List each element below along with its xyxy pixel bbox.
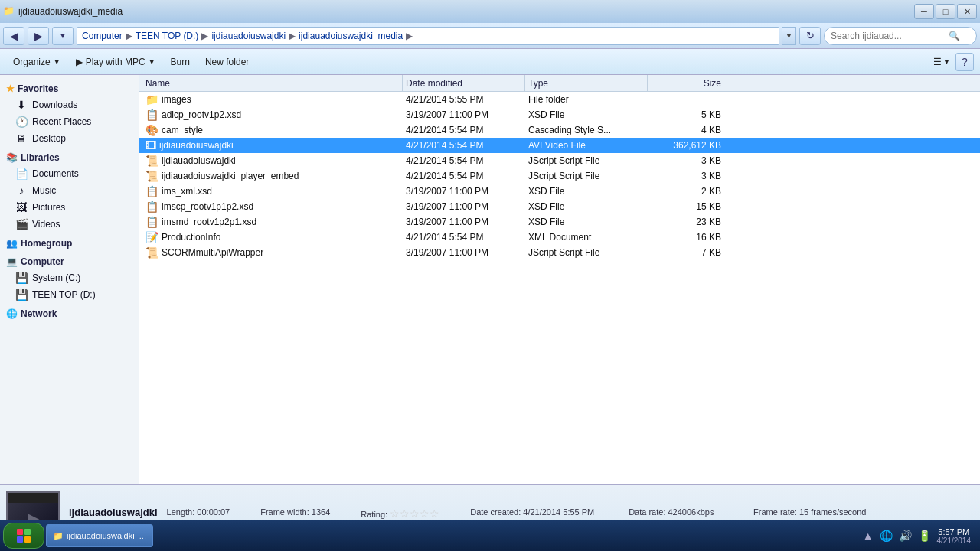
taskbar-explorer-item[interactable]: 📁 ijdiauadoiuswajdki_... bbox=[46, 524, 153, 547]
help-button[interactable]: ? bbox=[956, 53, 974, 71]
table-row[interactable]: 🎨 cam_style 4/21/2014 5:54 PM Cascading … bbox=[139, 122, 980, 138]
svg-rect-1 bbox=[24, 529, 31, 535]
play-button[interactable]: ▶ Play with MPC ▼ bbox=[69, 52, 162, 72]
clock[interactable]: 5:57 PM 4/21/2014 bbox=[937, 527, 972, 545]
main-content: ★ Favorites ⬇ Downloads 🕐 Recent Places … bbox=[0, 75, 980, 484]
organize-button[interactable]: Organize ▼ bbox=[6, 52, 67, 72]
organize-label: Organize bbox=[13, 57, 51, 67]
sidebar-item-recent-places[interactable]: 🕐 Recent Places bbox=[0, 113, 139, 130]
tray-network-icon[interactable]: 🌐 bbox=[880, 530, 893, 542]
new-folder-button[interactable]: New folder bbox=[198, 52, 256, 72]
file-name: ims_xml.xsd bbox=[162, 186, 212, 197]
col-header-type[interactable]: Type bbox=[525, 75, 648, 91]
table-row[interactable]: 📋 ims_xml.xsd 3/19/2007 11:00 PM XSD Fil… bbox=[139, 184, 980, 199]
videos-icon: 🎬 bbox=[15, 218, 28, 230]
table-row[interactable]: 📁 images 4/21/2014 5:55 PM File folder bbox=[139, 92, 980, 107]
forward-button[interactable]: ▶ bbox=[28, 27, 49, 45]
burn-label: Burn bbox=[171, 57, 190, 67]
table-row[interactable]: 📋 adlcp_rootv1p2.xsd 3/19/2007 11:00 PM … bbox=[139, 107, 980, 122]
views-button[interactable]: ☰ ▼ bbox=[929, 52, 954, 72]
svg-rect-3 bbox=[24, 536, 31, 543]
sidebar-item-downloads[interactable]: ⬇ Downloads bbox=[0, 96, 139, 113]
minimize-button[interactable]: ─ bbox=[914, 4, 934, 19]
refresh-button[interactable]: ↻ bbox=[799, 27, 821, 45]
table-row[interactable]: 📋 imscp_rootv1p1p2.xsd 3/19/2007 11:00 P… bbox=[139, 199, 980, 214]
sidebar-section-favorites: ★ Favorites ⬇ Downloads 🕐 Recent Places … bbox=[0, 81, 139, 147]
status-length: Length: 00:00:07 bbox=[167, 507, 230, 517]
file-name-cell: 📜 SCORMmultiApiWrapper bbox=[142, 246, 403, 259]
sidebar-item-pictures[interactable]: 🖼 Pictures bbox=[0, 199, 139, 216]
sidebar-header-favorites[interactable]: ★ Favorites bbox=[0, 81, 139, 96]
sidebar-item-teen-top-d[interactable]: 💾 TEEN TOP (D:) bbox=[0, 286, 139, 303]
file-name: ProductionInfo bbox=[162, 232, 220, 243]
sidebar-item-documents[interactable]: 📄 Documents bbox=[0, 165, 139, 182]
search-input[interactable] bbox=[831, 31, 946, 41]
path-folder2[interactable]: ijdiauadoiuswajdki_media bbox=[299, 31, 403, 41]
search-box[interactable]: 🔍 bbox=[824, 27, 977, 45]
path-folder1[interactable]: ijdiauadoiuswajdki bbox=[211, 31, 286, 41]
table-row[interactable]: 📜 SCORMmultiApiWrapper 3/19/2007 11:00 P… bbox=[139, 245, 980, 260]
sidebar-header-network[interactable]: 🌐 Network bbox=[0, 306, 139, 321]
file-type-cell: XSD File bbox=[525, 109, 648, 120]
file-name-cell: 📁 images bbox=[142, 93, 403, 106]
file-type-cell: XSD File bbox=[525, 201, 648, 212]
table-row[interactable]: 🎞 ijdiauadoiuswajdki 4/21/2014 5:54 PM A… bbox=[139, 138, 980, 153]
table-row[interactable]: 📜 ijdiauadoiuswajdki 4/21/2014 5:54 PM J… bbox=[139, 153, 980, 168]
play-icon: ▶ bbox=[76, 57, 83, 67]
taskbar: 📁 ijdiauadoiuswajdki_... ▲ 🌐 🔊 🔋 5:57 PM… bbox=[0, 520, 980, 551]
col-header-date[interactable]: Date modified bbox=[403, 75, 525, 91]
taskbar-folder-icon: 📁 bbox=[53, 531, 64, 541]
table-row[interactable]: 📝 ProductionInfo 4/21/2014 5:54 PM XML D… bbox=[139, 230, 980, 245]
sidebar: ★ Favorites ⬇ Downloads 🕐 Recent Places … bbox=[0, 75, 139, 484]
table-row[interactable]: 📜 ijdiauadoiuswajdki_player_embed 4/21/2… bbox=[139, 168, 980, 184]
burn-button[interactable]: Burn bbox=[164, 52, 197, 72]
documents-icon: 📄 bbox=[15, 168, 28, 180]
col-header-name[interactable]: Name bbox=[142, 75, 403, 91]
recent-button[interactable]: ▼ bbox=[52, 27, 74, 45]
file-type-cell: JScript Script File bbox=[525, 247, 648, 258]
file-size-cell: 4 KB bbox=[648, 125, 724, 135]
path-computer[interactable]: Computer bbox=[82, 31, 122, 41]
sidebar-item-system-c[interactable]: 💾 System (C:) bbox=[0, 269, 139, 286]
sidebar-item-desktop[interactable]: 🖥 Desktop bbox=[0, 130, 139, 147]
file-name-cell: 🎨 cam_style bbox=[142, 124, 403, 136]
maximize-button[interactable]: □ bbox=[936, 4, 956, 19]
file-size-cell: 23 KB bbox=[648, 217, 724, 227]
file-list: Name Date modified Type Size 📁 images 4/… bbox=[139, 75, 980, 484]
col-header-size[interactable]: Size bbox=[648, 75, 724, 91]
drive-d-icon: 💾 bbox=[15, 289, 28, 301]
drive-c-label: System (C:) bbox=[32, 272, 80, 283]
file-type-cell: Cascading Style S... bbox=[525, 125, 648, 135]
homegroup-icon: 👥 bbox=[6, 238, 18, 249]
table-row[interactable]: 📋 imsmd_rootv1p2p1.xsd 3/19/2007 11:00 P… bbox=[139, 214, 980, 230]
svg-rect-2 bbox=[17, 536, 23, 543]
favorites-label: Favorites bbox=[18, 83, 58, 94]
tray-battery-icon[interactable]: 🔋 bbox=[918, 530, 931, 542]
sidebar-header-computer[interactable]: 💻 Computer bbox=[0, 254, 139, 269]
organize-dropdown-icon: ▼ bbox=[54, 58, 60, 66]
sidebar-header-libraries[interactable]: 📚 Libraries bbox=[0, 150, 139, 165]
videos-label: Videos bbox=[32, 219, 60, 230]
view-icon: ☰ bbox=[933, 57, 942, 67]
file-name: imsmd_rootv1p2p1.xsd bbox=[162, 217, 256, 227]
downloads-label: Downloads bbox=[32, 99, 77, 110]
start-button[interactable] bbox=[3, 523, 44, 549]
address-dropdown-button[interactable]: ▼ bbox=[782, 27, 796, 45]
recent-places-label: Recent Places bbox=[32, 116, 91, 127]
file-date-cell: 4/21/2014 5:54 PM bbox=[403, 171, 525, 181]
status-stars[interactable]: ☆☆☆☆☆ bbox=[390, 507, 439, 520]
sidebar-item-music[interactable]: ♪ Music bbox=[0, 182, 139, 199]
homegroup-label: Homegroup bbox=[21, 238, 72, 249]
sidebar-header-homegroup[interactable]: 👥 Homegroup bbox=[0, 236, 139, 251]
tray-volume-icon[interactable]: 🔊 bbox=[899, 530, 912, 542]
sidebar-item-videos[interactable]: 🎬 Videos bbox=[0, 216, 139, 233]
back-button[interactable]: ◀ bbox=[3, 27, 24, 45]
tray-up-icon[interactable]: ▲ bbox=[863, 530, 874, 542]
pictures-icon: 🖼 bbox=[15, 201, 28, 214]
system-tray: ▲ 🌐 🔊 🔋 5:57 PM 4/21/2014 bbox=[857, 527, 977, 545]
status-file-name: ijdiauadoiuswajdki bbox=[69, 507, 158, 518]
path-teen-top[interactable]: TEEN TOP (D:) bbox=[136, 31, 199, 41]
desktop-icon: 🖥 bbox=[15, 132, 28, 145]
title-bar-text: ijdiauadoiuswajdki_media bbox=[18, 6, 122, 17]
close-button[interactable]: ✕ bbox=[957, 4, 977, 19]
